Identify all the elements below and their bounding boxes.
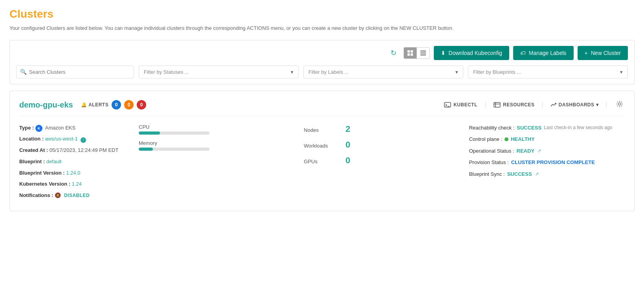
refresh-button[interactable]: ↻ [387, 47, 400, 59]
chevron-down-icon: ▾ [291, 69, 294, 75]
search-icon: 🔍 [20, 69, 27, 75]
k8s-version-row: Kubernetes Version : 1.24 [19, 180, 129, 188]
provision-link[interactable]: CLUSTER PROVISION COMPLETE [511, 159, 595, 166]
svg-rect-2 [407, 53, 410, 56]
location-link[interactable]: aws/us-west-1 [45, 136, 78, 142]
cluster-body: Type : K Amazon EKS Location : aws/us-we… [19, 124, 625, 203]
created-row: Created At : 05/17/2023, 12:24:49 PM EDT [19, 146, 129, 155]
settings-button[interactable] [615, 99, 625, 111]
workloads-metric: Workloads 0 [304, 140, 459, 150]
dashboards-action[interactable]: DASHBOARDS ▾ [550, 102, 598, 108]
memory-progress-fill [139, 148, 153, 151]
bell-disabled-icon: 🔕 [55, 192, 61, 198]
gpus-metric: GPUs 0 [304, 155, 459, 166]
k8s-version-link[interactable]: 1.24 [72, 181, 82, 187]
cpu-resource: CPU [139, 124, 294, 135]
list-view-button[interactable] [417, 47, 429, 58]
svg-rect-1 [411, 50, 413, 53]
resources-action[interactable]: RESOURCES [494, 102, 535, 108]
notifications-row: Notifications : 🔕 DISABLED [19, 192, 129, 200]
sync-row: Blueprint Sync : SUCCESS ↗ [469, 170, 625, 178]
terminal-icon [444, 102, 451, 108]
provision-row: Provision Status : CLUSTER PROVISION COM… [469, 159, 625, 166]
plus-icon: + [585, 50, 588, 56]
download-kubeconfig-button[interactable]: ⬇ Download Kubeconfig [434, 46, 509, 60]
reachability-row: Reachability check : SUCCESS Last check-… [469, 124, 625, 132]
svg-point-12 [618, 103, 621, 105]
health-dot [505, 137, 508, 141]
blueprint-version-row: Blueprint Version : 1.24.0 [19, 169, 129, 177]
status-section: Reachability check : SUCCESS Last check-… [469, 124, 625, 203]
view-toggle-group [404, 47, 430, 59]
location-row: Location : aws/us-west-1 i [19, 135, 129, 143]
toolbar-section: ↻ ⬇ Download Kubeconfig [9, 40, 635, 84]
kubectl-action[interactable]: KUBECTL [444, 102, 477, 108]
resources-icon [494, 102, 501, 108]
page-title: Clusters [9, 8, 635, 20]
cluster-name[interactable]: demo-gpu-eks [19, 100, 73, 109]
chevron-down-icon: ▾ [596, 102, 599, 108]
search-input[interactable] [16, 66, 134, 78]
search-wrap: 🔍 [16, 66, 134, 78]
alert-badge-blue[interactable]: 0 [112, 100, 121, 109]
blueprint-version-link[interactable]: 1.24.0 [66, 170, 80, 176]
memory-progress-bg [139, 148, 209, 151]
svg-rect-9 [494, 102, 500, 107]
grid-view-button[interactable] [404, 47, 417, 58]
page-description: Your configured Clusters are listed belo… [9, 24, 635, 32]
chevron-down-icon: ▾ [620, 69, 623, 75]
gear-icon [616, 100, 623, 108]
alerts-label: 🔔 ALERTS [81, 102, 109, 108]
svg-rect-3 [411, 53, 413, 56]
cluster-card: demo-gpu-eks 🔔 ALERTS 0 0 0 [9, 91, 635, 212]
cluster-header-left: demo-gpu-eks 🔔 ALERTS 0 0 0 [19, 100, 146, 109]
nodes-metric: Nodes 2 [304, 124, 459, 134]
blueprint-link[interactable]: default [46, 159, 62, 164]
external-link-icon-2[interactable]: ↗ [535, 171, 539, 177]
cluster-info: Type : K Amazon EKS Location : aws/us-we… [19, 124, 129, 203]
page-container: Clusters Your configured Clusters are li… [0, 0, 644, 281]
external-link-icon[interactable]: ↗ [538, 148, 541, 154]
action-divider-3 [606, 102, 607, 108]
status-filter[interactable]: Filter by Statuses ... ▾ [139, 66, 299, 78]
toolbar-row: ↻ ⬇ Download Kubeconfig [16, 46, 628, 60]
chevron-down-icon: ▾ [455, 69, 458, 75]
cpu-progress-bg [139, 131, 209, 135]
cluster-header: demo-gpu-eks 🔔 ALERTS 0 0 0 [19, 99, 625, 116]
alerts-group: 🔔 ALERTS 0 0 0 [81, 100, 147, 109]
info-icon[interactable]: i [81, 137, 86, 143]
svg-rect-0 [407, 50, 410, 53]
filter-row: 🔍 Filter by Statuses ... ▾ Filter by Lab… [16, 66, 628, 78]
action-divider-2 [542, 102, 543, 108]
metrics-section: Nodes 2 Workloads 0 GPUs 0 [304, 124, 459, 203]
cpu-progress-fill [139, 131, 160, 135]
new-cluster-button[interactable]: + New Cluster [578, 46, 628, 60]
svg-rect-6 [420, 55, 426, 55]
svg-rect-4 [420, 51, 426, 51]
memory-resource: Memory [139, 140, 294, 151]
label-icon: 🏷 [520, 50, 526, 56]
action-divider [485, 102, 486, 108]
chart-icon [550, 102, 557, 107]
labels-filter[interactable]: Filter by Labels ... ▾ [303, 66, 463, 78]
blueprint-row: Blueprint : default [19, 158, 129, 166]
download-icon: ⬇ [441, 50, 446, 56]
alert-badge-orange[interactable]: 0 [124, 100, 134, 109]
svg-rect-5 [420, 53, 426, 53]
type-row: Type : K Amazon EKS [19, 124, 129, 132]
cluster-header-right: KUBECTL RESOURCES [444, 99, 625, 111]
blueprints-filter[interactable]: Filter by Blueprints ... ▾ [468, 66, 628, 78]
k8s-icon: K [35, 125, 42, 132]
bell-icon: 🔔 [81, 102, 87, 108]
resources-section: CPU Memory [139, 124, 294, 203]
manage-labels-button[interactable]: 🏷 Manage Labels [513, 46, 574, 60]
control-plane-row: Control plane : HEALTHY [469, 135, 625, 143]
alert-badge-red[interactable]: 0 [137, 100, 146, 109]
operational-row: Operational Status : READY ↗ [469, 147, 625, 155]
